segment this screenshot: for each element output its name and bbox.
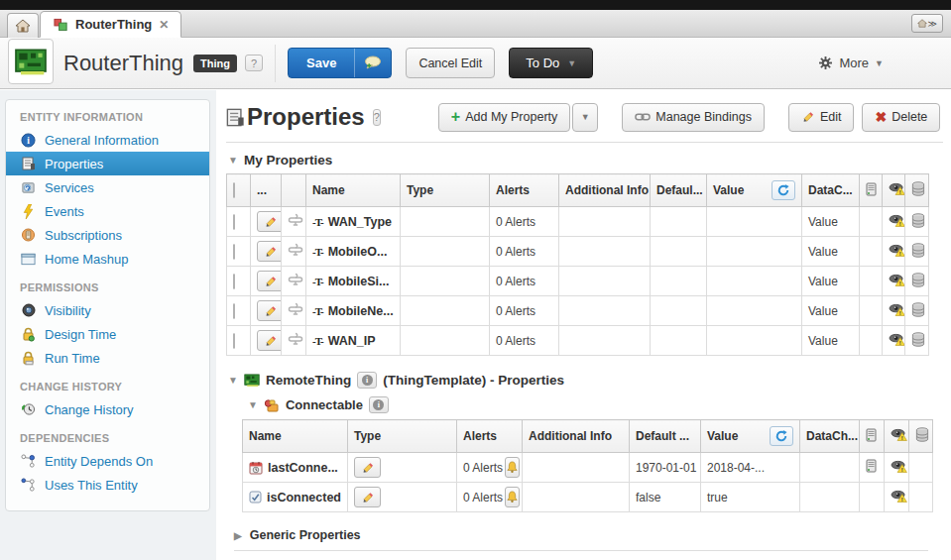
generic-properties-section-header[interactable]: ▶ Generic Properties — [234, 528, 928, 551]
sidebar-item-general-information[interactable]: i General Information — [6, 128, 209, 152]
category-info-button[interactable]: i — [369, 396, 389, 413]
tab-routerthing[interactable]: RouterThing ✕ — [40, 11, 181, 38]
property-row[interactable]: -T-MobileO...0 AlertsValue! — [227, 237, 929, 267]
sidebar-item-entity-depends-on[interactable]: Entity Depends On — [6, 449, 209, 473]
row-edit-button[interactable] — [354, 487, 381, 507]
row-checkbox[interactable] — [233, 214, 235, 230]
row-edit-button[interactable] — [257, 241, 282, 262]
sidebar-section-change-history: CHANGE HISTORY — [6, 370, 209, 397]
select-all-checkbox[interactable] — [233, 182, 235, 198]
todo-dropdown[interactable]: To Do ▼ — [509, 48, 593, 78]
alert-bell-button[interactable] — [505, 457, 520, 478]
sidebar-item-services[interactable]: Services — [6, 175, 209, 199]
tab-home[interactable] — [7, 13, 39, 38]
col-additional-info[interactable]: Additional Info — [559, 174, 651, 207]
property-name[interactable]: isConnected — [267, 491, 341, 504]
row-checkbox[interactable] — [233, 303, 235, 319]
property-name[interactable]: WAN_Type — [328, 215, 392, 229]
col-type[interactable]: Type — [401, 174, 490, 207]
svg-text:!: ! — [901, 435, 903, 441]
svg-text:!: ! — [901, 496, 903, 502]
cell-server — [860, 296, 883, 326]
cell-eye[interactable]: ! — [883, 237, 905, 267]
cell-database[interactable] — [905, 296, 929, 326]
cell-database[interactable] — [905, 326, 929, 356]
sidebar-item-label: Design Time — [45, 327, 116, 342]
entity-type-badge: Thing — [193, 55, 237, 72]
col-datachange[interactable]: DataCh... — [800, 420, 860, 453]
property-row[interactable]: -T-MobileNe...0 AlertsValue! — [227, 296, 929, 326]
property-row[interactable]: -T-MobileSi...0 AlertsValue! — [227, 267, 929, 296]
cell-database[interactable] — [905, 207, 929, 237]
col-alerts[interactable]: Alerts — [490, 174, 559, 207]
more-dropdown[interactable]: More ▼ — [817, 56, 884, 71]
add-my-property-button[interactable]: + Add My Property — [438, 103, 570, 132]
remotething-section-header[interactable]: ▼ RemoteThing i (ThingTemplate) - Proper… — [228, 372, 951, 389]
row-edit-button[interactable] — [354, 457, 381, 478]
cell-database[interactable] — [905, 237, 929, 267]
sidebar-item-events[interactable]: Events — [6, 199, 209, 223]
add-property-caret-button[interactable]: ▼ — [572, 103, 598, 132]
entity-help-button[interactable]: ? — [245, 55, 263, 71]
col-name[interactable]: Name — [243, 420, 348, 453]
row-edit-button[interactable] — [257, 211, 282, 232]
my-properties-section-header[interactable]: ▼ My Properties — [228, 153, 951, 168]
sidebar-item-visibility[interactable]: Visibility — [6, 298, 209, 322]
sidebar-item-design-time[interactable]: Design Time — [6, 322, 209, 346]
row-edit-button[interactable] — [257, 271, 282, 291]
properties-help-button[interactable]: ? — [373, 109, 381, 126]
property-name[interactable]: WAN_IP — [328, 334, 376, 348]
collapse-header-button[interactable]: ≫ — [911, 14, 943, 33]
template-info-button[interactable]: i — [357, 372, 377, 389]
col-type[interactable]: Type — [348, 420, 457, 453]
col-additional-info[interactable]: Additional Info — [523, 420, 630, 453]
col-name[interactable]: Name — [306, 174, 401, 207]
cell-value — [707, 296, 802, 326]
tab-close-icon[interactable]: ✕ — [159, 18, 169, 32]
col-alerts[interactable]: Alerts — [457, 420, 523, 453]
sidebar-item-label: Subscriptions — [45, 228, 122, 243]
edit-button[interactable]: Edit — [788, 103, 855, 132]
sidebar-item-uses-this-entity[interactable]: Uses This Entity — [6, 473, 209, 497]
string-type-icon: -T- — [312, 335, 323, 347]
cell-eye[interactable]: ! — [885, 453, 909, 483]
row-checkbox[interactable] — [233, 244, 235, 260]
cell-eye[interactable]: ! — [885, 483, 909, 512]
sidebar-item-change-history[interactable]: Change History — [6, 397, 209, 421]
cell-eye[interactable]: ! — [883, 207, 905, 237]
alert-bell-button[interactable] — [505, 487, 520, 507]
sidebar-item-properties[interactable]: Properties — [6, 152, 209, 175]
manage-bindings-button[interactable]: Manage Bindings — [622, 103, 765, 132]
property-name[interactable]: MobileNe... — [328, 304, 394, 318]
cell-server — [860, 237, 883, 267]
delete-button[interactable]: ✖ Delete — [862, 103, 940, 132]
row-checkbox[interactable] — [233, 274, 235, 289]
cell-eye[interactable]: ! — [883, 326, 905, 356]
property-row[interactable]: -T-WAN_Type0 AlertsValue! — [227, 207, 929, 237]
row-edit-button[interactable] — [257, 300, 282, 321]
refresh-values-button[interactable] — [772, 180, 795, 200]
property-name[interactable]: MobileO... — [328, 245, 388, 259]
property-name[interactable]: lastConne... — [268, 461, 338, 475]
property-name[interactable]: MobileSi... — [328, 275, 390, 288]
col-default[interactable]: Defaul... — [651, 174, 707, 207]
inherited-property-row[interactable]: lastConne...0 Alerts1970-01-012018-04-..… — [243, 453, 933, 483]
row-edit-button[interactable] — [257, 330, 282, 351]
cancel-edit-button[interactable]: Cancel Edit — [406, 48, 495, 78]
cell-eye[interactable]: ! — [883, 267, 905, 296]
cell-eye[interactable]: ! — [883, 296, 905, 326]
cell-database[interactable] — [905, 267, 929, 296]
cell-value — [707, 267, 802, 296]
inherited-property-row[interactable]: isConnected0 Alertsfalsetrue! — [243, 483, 933, 512]
col-datachange[interactable]: DataC... — [802, 174, 860, 207]
property-row[interactable]: -T-WAN_IP0 AlertsValue! — [227, 326, 929, 356]
row-checkbox[interactable] — [233, 333, 235, 349]
sidebar-item-home-mashup[interactable]: Home Mashup — [6, 247, 209, 271]
refresh-values-button[interactable] — [770, 426, 793, 446]
connectable-category-header[interactable]: ▼ Connectable i — [248, 396, 951, 413]
save-button[interactable]: Save — [288, 48, 392, 78]
sidebar-item-run-time[interactable]: Run Time — [6, 346, 209, 370]
col-default[interactable]: Default ... — [630, 420, 701, 453]
sidebar-item-subscriptions[interactable]: Subscriptions — [6, 223, 209, 247]
save-comment-icon[interactable] — [354, 49, 391, 77]
